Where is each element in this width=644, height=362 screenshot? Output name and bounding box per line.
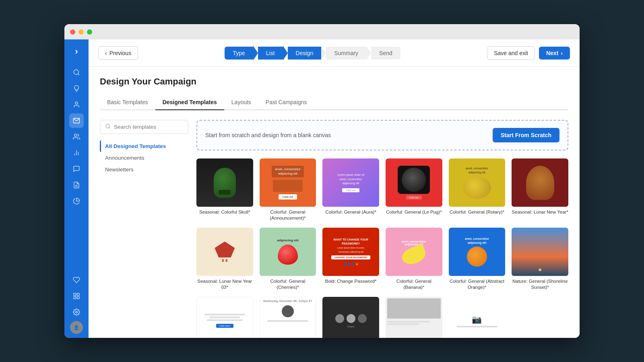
browser-window: ›	[64, 24, 580, 338]
template-card-abstract-orange[interactable]: amet, consecteturadipiscing elit Colorfu…	[449, 228, 506, 290]
sidebar-icon-team[interactable]	[69, 130, 84, 144]
app-layout: ›	[64, 39, 580, 338]
chevron-left-icon: ‹	[105, 50, 107, 56]
content-area: All Designed Templates Announcements New…	[100, 120, 568, 338]
template-name-lunar: Seasonal: Lunar New Year*	[512, 209, 568, 215]
svg-point-4	[74, 134, 77, 136]
step-arrow-3	[321, 46, 326, 60]
sidebar-icon-contacts[interactable]	[69, 97, 84, 112]
tab-past-campaigns[interactable]: Past Campaigns	[258, 95, 314, 110]
sidebar-icon-search[interactable]	[69, 65, 84, 80]
right-panel: Start from scratch and design from a bla…	[196, 120, 568, 338]
browser-dot-minimize[interactable]	[78, 29, 84, 35]
svg-point-14	[76, 311, 78, 313]
search-input[interactable]	[114, 124, 183, 130]
template-card-rotary[interactable]: amet, consecteturadipiscing elit Colorfu…	[449, 158, 506, 221]
step-send-button[interactable]: Send	[371, 47, 400, 60]
tab-basic-templates[interactable]: Basic Templates	[100, 95, 155, 110]
filter-list: All Designed Templates Announcements New…	[100, 140, 188, 175]
svg-line-1	[78, 74, 79, 75]
template-card-orange[interactable]: amet, consecteturadipiscing elit Click m…	[260, 158, 316, 221]
template-card-sunset[interactable]: 🌅 Nature: General (Shoreline Sunset)*	[512, 228, 568, 290]
steps-navigation: Type List Design Summary Send	[144, 46, 481, 60]
svg-line-16	[109, 128, 110, 129]
template-name-cherries: Colorful: General (Cherries)*	[260, 278, 316, 290]
template-name-abstract-orange: Colorful: General (Abstract Orange)*	[449, 278, 506, 290]
previous-button[interactable]: ‹ Previous	[98, 46, 138, 60]
scratch-banner: Start from scratch and design from a bla…	[196, 120, 568, 150]
template-card-row3-3[interactable]: Charts	[322, 297, 379, 338]
sidebar-icon-analytics[interactable]	[69, 146, 84, 160]
scratch-text: Start from scratch and design from a bla…	[205, 132, 331, 138]
main-content: ‹ Previous Type List Design Summary Send…	[89, 39, 580, 338]
template-name-skull: Seasonal: Colorful Skull*	[196, 209, 253, 215]
step-arrow-2	[283, 46, 288, 60]
save-exit-button[interactable]: Save and exit	[487, 46, 535, 60]
user-avatar[interactable]: 👤	[70, 321, 83, 334]
template-name-password: Bold: Change Password*	[322, 278, 379, 284]
browser-dot-fullscreen[interactable]	[87, 29, 92, 35]
template-name-aura: Colorful: General (Aura)*	[322, 209, 379, 215]
template-card-row3-4[interactable]	[386, 297, 442, 338]
filter-announcements[interactable]: Announcements	[100, 152, 188, 164]
template-name-rotary: Colorful: General (Rotary)*	[449, 209, 506, 215]
step-summary-button[interactable]: Summary	[326, 47, 366, 60]
svg-rect-12	[74, 297, 76, 299]
step-arrow-4	[366, 46, 371, 60]
step-design-button[interactable]: Design	[288, 47, 322, 60]
tabs: Basic Templates Designed Templates Layou…	[100, 95, 568, 110]
template-name-sunset: Nature: General (Shoreline Sunset)*	[512, 278, 568, 290]
sidebar-logo[interactable]: ›	[68, 43, 85, 60]
sidebar-icon-apps[interactable]	[69, 289, 84, 303]
sidebar-icon-settings[interactable]	[69, 305, 84, 319]
sidebar-icon-messages[interactable]	[69, 162, 84, 176]
sidebar-icon-lightbulb[interactable]	[69, 81, 84, 96]
template-name-pug: Colorful: General (Le Pug)*	[386, 209, 442, 215]
top-bar: ‹ Previous Type List Design Summary Send…	[89, 39, 580, 67]
template-card-cherries[interactable]: adipiscing elit Colorful: General (Cherr…	[260, 228, 316, 290]
tab-designed-templates[interactable]: Designed Templates	[155, 95, 224, 110]
svg-rect-13	[77, 297, 79, 299]
template-card-row3-5[interactable]: 📷	[449, 297, 506, 338]
svg-point-2	[75, 102, 78, 104]
search-icon	[105, 123, 111, 130]
template-name-newyear03: Seasonal: Lunar New Year 03*	[196, 278, 253, 290]
template-card-pug[interactable]: Click me Colorful: General (Le Pug)*	[386, 158, 442, 221]
filter-newsletters[interactable]: Newsletters	[100, 164, 188, 175]
left-panel: All Designed Templates Announcements New…	[100, 120, 188, 338]
step-arrow-1	[253, 46, 258, 60]
sidebar-icon-reports[interactable]	[69, 178, 84, 192]
sidebar: ›	[64, 39, 89, 338]
template-card-newyear03[interactable]: 🏮 🏮 Seasonal: Lunar New Year 03*	[196, 228, 253, 290]
template-card-skull[interactable]: Seasonal: Colorful Skull*	[196, 158, 253, 221]
sidebar-icon-email[interactable]	[69, 113, 84, 128]
sidebar-icon-heart[interactable]	[69, 273, 84, 287]
template-card-banana[interactable]: amet, consecteturadipiscing elit Colorfu…	[386, 228, 442, 290]
template-name-banana: Colorful: General (Banana)*	[386, 278, 442, 290]
template-card-row3-2[interactable]: Wednesday, December 9th, 5:00pm ET	[260, 297, 316, 338]
page-title: Design Your Campaign	[100, 76, 568, 87]
start-from-scratch-button[interactable]: Start From Scratch	[493, 128, 559, 142]
template-card-lunar[interactable]: Seasonal: Lunar New Year*	[512, 158, 568, 221]
page-body: Design Your Campaign Basic Templates Des…	[89, 67, 580, 338]
browser-dot-close[interactable]	[70, 29, 75, 35]
filter-all-templates[interactable]: All Designed Templates	[100, 140, 188, 152]
top-bar-actions: Save and exit Next ›	[487, 46, 570, 60]
tab-layouts[interactable]: Layouts	[224, 95, 258, 110]
template-card-password[interactable]: WANT TO CHANGE YOURPASSWORD?Lorem ipsum …	[322, 228, 379, 290]
template-grid: Seasonal: Colorful Skull* amet, consecte…	[196, 158, 568, 338]
svg-point-15	[106, 124, 109, 128]
svg-rect-10	[74, 293, 76, 295]
step-type-button[interactable]: Type	[225, 47, 253, 60]
template-name-orange: Colorful: General (Announcement)*	[260, 209, 316, 221]
search-box	[100, 120, 188, 134]
chevron-right-icon: ›	[561, 50, 563, 56]
browser-chrome	[64, 24, 580, 39]
svg-rect-11	[77, 293, 79, 295]
next-button[interactable]: Next ›	[539, 47, 570, 60]
template-card-row3-1[interactable]: Click here	[196, 297, 253, 338]
step-list-button[interactable]: List	[258, 47, 283, 60]
sidebar-icon-pie[interactable]	[69, 194, 84, 208]
template-card-aura[interactable]: Lorem ipsum dolor sitamet, consecteturad…	[322, 158, 379, 221]
svg-point-0	[74, 70, 78, 74]
